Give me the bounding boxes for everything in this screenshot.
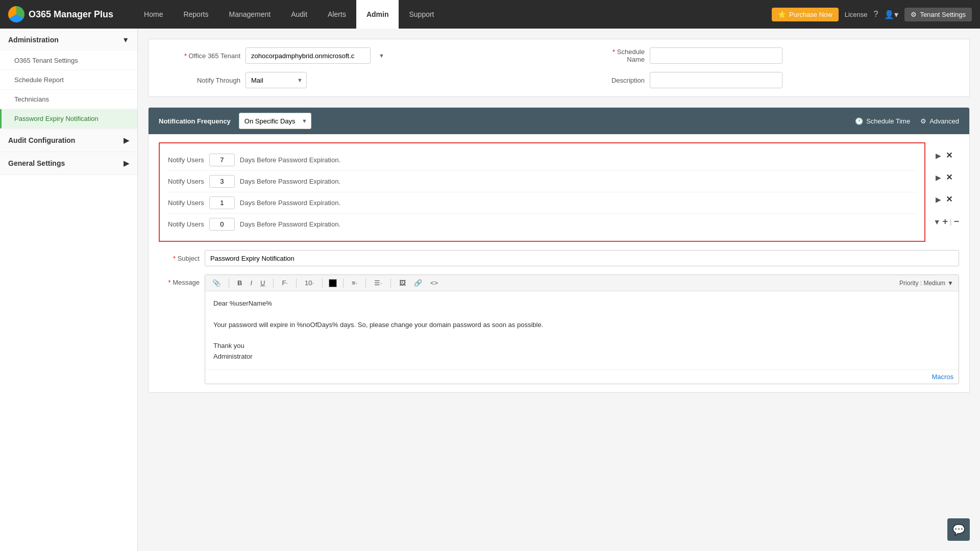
main-layout: Administration ▼ O365 Tenant Settings Sc… [0, 29, 980, 551]
license-link[interactable]: License [845, 11, 868, 18]
description-input[interactable] [650, 72, 782, 88]
message-label: * Message [159, 274, 200, 286]
nav-support[interactable]: Support [399, 0, 444, 29]
font-button[interactable]: F· [280, 278, 290, 288]
sidebar-section-administration-header[interactable]: Administration ▼ [0, 29, 137, 51]
code-button[interactable]: <> [428, 278, 440, 288]
nav-home[interactable]: Home [134, 0, 173, 29]
close-btn-1[interactable]: ✕ [946, 151, 952, 160]
notify-days-input-2[interactable] [209, 175, 235, 188]
purchase-icon: ⭐ [778, 11, 786, 18]
toolbar-sep-2 [273, 279, 274, 288]
underline-button[interactable]: U [258, 278, 267, 288]
priority-chevron: ▼ [947, 280, 953, 287]
settings-icon: ⚙ [920, 117, 926, 125]
nav-management[interactable]: Management [218, 0, 281, 29]
sidebar-item-o365-tenant[interactable]: O365 Tenant Settings [0, 51, 137, 70]
sidebar-section-audit-config-header[interactable]: Audit Configuration ▶ [0, 129, 137, 152]
tenant-select-wrapper[interactable]: zohocorpadmphybrid.onmicrosoft.c ▼ [246, 47, 388, 64]
chevron-right-icon-2: ▶ [124, 159, 129, 167]
purchase-button[interactable]: ⭐ Purchase Now [772, 8, 839, 21]
close-btn-3[interactable]: ✕ [946, 194, 952, 204]
tenant-select[interactable]: zohocorpadmphybrid.onmicrosoft.c [246, 47, 371, 64]
notify-days-input-4[interactable] [209, 218, 235, 231]
chat-icon: 💬 [952, 523, 965, 536]
tenant-settings-button[interactable]: ⚙ Tenant Settings [904, 8, 972, 21]
fontsize-button[interactable]: 10· [303, 278, 316, 288]
notify-through-select[interactable]: Mail [246, 72, 307, 88]
priority-select[interactable]: Priority : Medium ▼ [899, 280, 953, 287]
notify-suffix-3: Days Before Password Expiration. [240, 199, 340, 207]
macros-link[interactable]: Macros [932, 373, 953, 381]
subject-label: * Subject [159, 255, 200, 262]
top-right: ⭐ Purchase Now License ? 👤▾ ⚙ Tenant Set… [772, 8, 972, 21]
add-btn[interactable]: + [943, 216, 948, 227]
sidebar-item-technicians[interactable]: Technicians [0, 90, 137, 109]
frequency-select[interactable]: On Specific Days [239, 113, 311, 129]
arrow-down-4[interactable]: ▼ [934, 218, 941, 226]
arrow-right-2[interactable]: ▶ [934, 173, 944, 182]
sidebar-section-general-settings-header[interactable]: General Settings ▶ [0, 152, 137, 174]
advanced-button[interactable]: ⚙ Advanced [920, 117, 959, 125]
sidebar-section-audit-config-label: Audit Configuration [8, 136, 75, 144]
arrow-right-3[interactable]: ▶ [934, 195, 944, 204]
italic-button[interactable]: I [248, 278, 254, 288]
align-button[interactable]: ≡· [350, 278, 359, 288]
schedule-time-button[interactable]: 🕐 Schedule Time [855, 117, 910, 125]
gear-icon: ⚙ [911, 11, 917, 18]
bold-button[interactable]: B [235, 278, 244, 288]
color-picker[interactable] [329, 279, 337, 287]
message-editor: 📎 B I U F· 10· ≡· [205, 274, 959, 384]
nav-admin[interactable]: Admin [356, 0, 399, 29]
sidebar-section-general-settings: General Settings ▶ [0, 152, 137, 175]
help-icon[interactable]: ? [873, 10, 878, 19]
frequency-label: Notification Frequency [159, 117, 231, 125]
notify-label-1: Notify Users [168, 156, 204, 164]
minus-btn[interactable]: − [953, 216, 959, 227]
notify-days-input-3[interactable] [209, 196, 235, 209]
attachment-button[interactable]: 📎 [210, 278, 223, 288]
sidebar-item-password-expiry[interactable]: Password Expiry Notification [0, 109, 137, 129]
notify-suffix-4: Days Before Password Expiration. [240, 220, 340, 228]
notify-through-select-wrapper[interactable]: Mail ▼ [246, 72, 307, 88]
sidebar-item-schedule-report[interactable]: Schedule Report [0, 70, 137, 90]
nav-reports[interactable]: Reports [173, 0, 218, 29]
user-icon[interactable]: 👤▾ [884, 10, 898, 19]
subject-row: * Subject [159, 250, 959, 266]
subject-input[interactable] [205, 250, 959, 266]
arrow-right-1[interactable]: ▶ [934, 152, 944, 160]
notification-body: Notify Users Days Before Password Expira… [149, 134, 969, 392]
schedule-name-input[interactable] [650, 47, 782, 64]
sidebar-section-administration-label: Administration [8, 36, 59, 44]
editor-body[interactable]: Dear %userName% Your password will expir… [205, 291, 959, 369]
chevron-down-icon: ▼ [122, 36, 129, 44]
toolbar-sep-5 [343, 279, 344, 288]
frequency-select-wrapper[interactable]: On Specific Days ▼ [239, 113, 311, 129]
notify-suffix-1: Days Before Password Expiration. [240, 156, 340, 164]
toolbar-sep-3 [296, 279, 297, 288]
description-field-group: Description [563, 72, 959, 88]
close-btn-2[interactable]: ✕ [946, 172, 952, 182]
sidebar-section-general-settings-label: General Settings [8, 159, 65, 167]
notify-suffix-2: Days Before Password Expiration. [240, 178, 340, 185]
message-line-2: Your password will expire in %noOfDays% … [213, 320, 950, 331]
notify-through-field-group: Notify Through Mail ▼ [159, 72, 555, 88]
notify-days-input-1[interactable] [209, 154, 235, 166]
chat-button[interactable]: 💬 [947, 518, 970, 541]
image-button[interactable]: 🖼 [397, 278, 408, 288]
nav-alerts[interactable]: Alerts [317, 0, 356, 29]
list-button[interactable]: ☰· [372, 278, 384, 288]
macros-row: Macros [205, 369, 959, 384]
link-button[interactable]: 🔗 [412, 278, 424, 288]
nav-audit[interactable]: Audit [281, 0, 317, 29]
message-line-1: Dear %userName% [213, 298, 950, 309]
schedule-name-label: * ScheduleName [563, 48, 645, 63]
notify-row-1: Notify Users Days Before Password Expira… [168, 149, 916, 171]
logo-icon [8, 6, 24, 22]
notify-row-2: Notify Users Days Before Password Expira… [168, 171, 916, 192]
top-form-section: * Office 365 Tenant zohocorpadmphybrid.o… [148, 39, 970, 97]
description-label: Description [563, 77, 645, 84]
app-title: O365 Manager Plus [29, 9, 113, 20]
notify-label-4: Notify Users [168, 220, 204, 228]
notification-section: Notification Frequency On Specific Days … [148, 107, 970, 393]
